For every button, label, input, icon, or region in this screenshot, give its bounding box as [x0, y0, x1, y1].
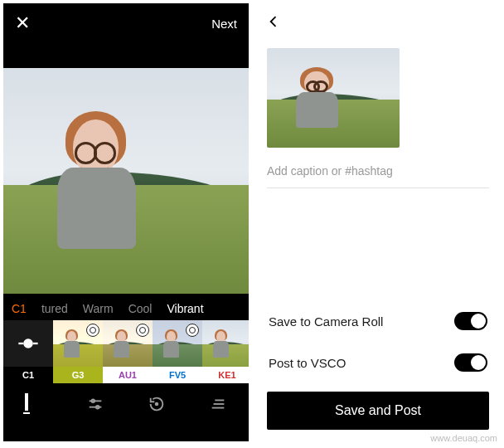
chevron-left-icon: [265, 13, 282, 30]
tab-warm[interactable]: Warm: [83, 302, 114, 315]
filter-label: KE1: [202, 367, 249, 383]
editor-topbar: ✕ Next: [3, 3, 249, 43]
toggle-row-camera-roll: Save to Camera Roll: [255, 300, 501, 342]
toggle-camera-roll[interactable]: [454, 312, 487, 330]
tab-cool[interactable]: Cool: [128, 302, 153, 315]
svg-point-1: [24, 339, 32, 347]
editor-screen: ✕ Next C1 tured Warm Cool Vibrant: [3, 3, 249, 441]
film-wheel-icon: [186, 324, 199, 337]
filter-tile-c1[interactable]: C1: [3, 320, 53, 383]
editor-bottom-toolbar: [3, 383, 249, 425]
filter-tile-g3[interactable]: G3: [53, 320, 103, 383]
history-icon[interactable]: [148, 395, 166, 413]
back-button[interactable]: [265, 13, 282, 33]
main-photo[interactable]: [3, 68, 249, 294]
filter-label: C1: [3, 367, 53, 383]
filter-category-tabs: C1 tured Warm Cool Vibrant: [3, 294, 249, 320]
film-wheel-icon: [136, 324, 149, 337]
photo-preview[interactable]: [267, 48, 400, 148]
caption-input[interactable]: [267, 158, 489, 188]
filter-tile-au1[interactable]: AU1: [103, 320, 153, 383]
filter-label: G3: [53, 367, 103, 383]
toggle-label: Post to VSCO: [269, 356, 346, 370]
filter-label: AU1: [103, 367, 153, 383]
close-button[interactable]: ✕: [15, 12, 30, 34]
adjust-icon[interactable]: [86, 395, 104, 413]
save-topbar: [255, 3, 501, 43]
filter-strip[interactable]: C1 G3 AU1 FV5 KE1: [3, 320, 249, 383]
organize-icon[interactable]: [209, 395, 227, 413]
next-button[interactable]: Next: [211, 17, 237, 31]
tab-vibrant[interactable]: Vibrant: [167, 302, 203, 315]
watermark: www.deuaq.com: [430, 433, 497, 443]
svg-point-7: [156, 403, 158, 406]
save-and-post-button[interactable]: Save and Post: [267, 392, 489, 430]
filter-tile-ke1[interactable]: KE1: [202, 320, 249, 383]
filter-tile-fv5[interactable]: FV5: [153, 320, 202, 383]
filter-label: FV5: [153, 367, 202, 383]
toggle-post-vsco[interactable]: [454, 353, 487, 372]
tab-c1[interactable]: C1: [12, 302, 27, 315]
tab-featured[interactable]: tured: [41, 302, 68, 315]
presets-icon[interactable]: [25, 395, 43, 413]
toggle-row-post-vsco: Post to VSCO: [255, 342, 501, 383]
save-post-screen: Save to Camera Roll Post to VSCO Save an…: [255, 3, 501, 441]
slider-node-icon: [17, 332, 40, 355]
toggle-label: Save to Camera Roll: [269, 314, 383, 329]
film-wheel-icon: [86, 324, 99, 337]
